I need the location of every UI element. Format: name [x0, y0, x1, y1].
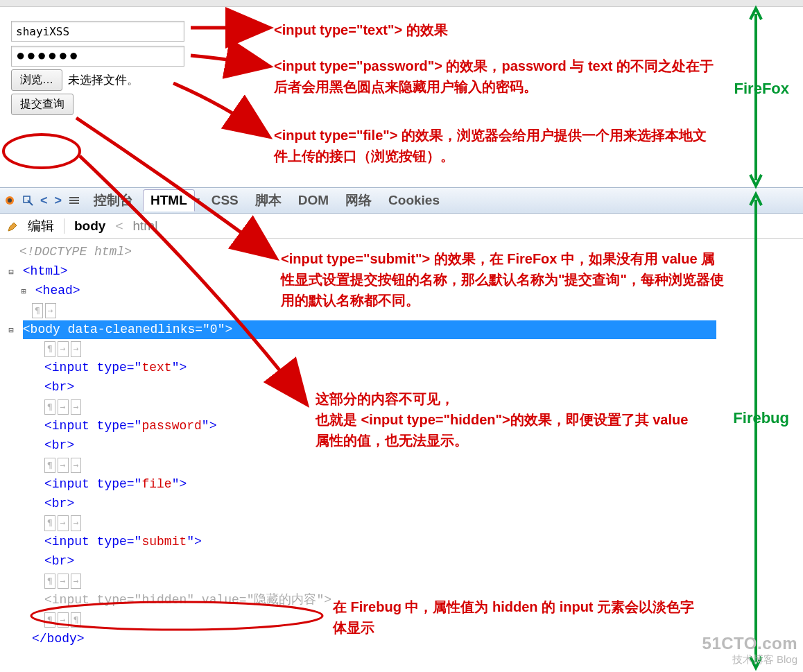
window-chrome	[0, 0, 803, 7]
whitespace-icon: ¶	[44, 458, 55, 473]
whitespace-icon: ¶	[44, 515, 55, 531]
whitespace-icon: →	[58, 341, 69, 356]
whitespace-icon: →	[71, 399, 82, 415]
src-input-file[interactable]: <input type="file">	[7, 475, 803, 494]
divider	[64, 218, 64, 234]
breadcrumb-html[interactable]: html	[133, 218, 158, 234]
firebug-subbar: 编辑 body < html	[0, 214, 803, 239]
menu-icon[interactable]	[69, 195, 80, 206]
edit-icon[interactable]	[7, 221, 18, 232]
src-head[interactable]: <head>	[35, 284, 80, 298]
password-input[interactable]: ●●●●●●	[11, 46, 184, 67]
whitespace-icon: →	[71, 458, 82, 473]
text-input[interactable]	[11, 21, 184, 42]
whitespace-icon: →	[58, 612, 69, 628]
annotation-text-input: <input type="text"> 的效果	[274, 19, 718, 40]
src-br[interactable]: <br>	[7, 552, 803, 571]
whitespace-icon: ¶	[32, 303, 43, 318]
tab-html-dropdown-icon[interactable]: ▼	[193, 196, 202, 205]
tab-html[interactable]: HTML	[143, 189, 195, 212]
tab-script[interactable]: 脚本	[248, 189, 288, 212]
whitespace-icon: ¶	[44, 341, 55, 356]
tab-dom[interactable]: DOM	[291, 190, 336, 211]
annotation-hidden: 这部分的内容不可见， 也就是 <input type="hidden">的效果，…	[316, 388, 704, 451]
src-input-submit[interactable]: <input type="submit">	[7, 533, 803, 552]
tab-cookies[interactable]: Cookies	[381, 190, 447, 211]
edit-label[interactable]: 编辑	[28, 217, 54, 235]
watermark: 51CTO.com 技术博客 Blog	[702, 634, 797, 666]
firebug-icon[interactable]	[4, 195, 15, 206]
expander-icon[interactable]: ⊟	[7, 325, 15, 338]
whitespace-icon: ¶	[44, 574, 55, 589]
svg-point-1	[8, 198, 12, 203]
file-browse-button[interactable]: 浏览…	[11, 69, 62, 91]
tab-net[interactable]: 网络	[338, 189, 379, 212]
svg-rect-4	[69, 200, 79, 201]
whitespace-icon: →	[58, 458, 69, 473]
watermark-line1: 51CTO.com	[702, 634, 797, 653]
whitespace-icon: →	[71, 341, 82, 356]
svg-rect-5	[69, 203, 79, 204]
nav-back-icon[interactable]: <	[40, 193, 48, 208]
breadcrumb-body[interactable]: body	[74, 218, 105, 234]
tab-css[interactable]: CSS	[205, 190, 245, 211]
whitespace-icon: →	[71, 515, 82, 531]
annotation-hidden-firebug: 在 Firebug 中，属性值为 hidden 的 input 元素会以淡色字体…	[333, 596, 707, 638]
whitespace-icon: ¶	[44, 399, 55, 415]
label-firefox: FireFox	[734, 80, 789, 98]
file-status-text: 未选择文件。	[68, 72, 139, 88]
label-firebug: Firebug	[733, 409, 789, 427]
whitespace-icon: →	[71, 574, 82, 589]
firebug-tabbar: < > 控制台 HTML▼ CSS 脚本 DOM 网络 Cookies	[0, 187, 803, 214]
src-html-open[interactable]: <html>	[23, 264, 68, 278]
nav-fwd-icon[interactable]: >	[55, 193, 62, 208]
expander-icon[interactable]: ⊟	[7, 266, 15, 279]
whitespace-icon: →	[58, 574, 69, 589]
inspect-icon[interactable]	[22, 195, 33, 206]
watermark-line2: 技术博客 Blog	[702, 653, 797, 666]
annotation-submit: <input type="submit"> 的效果，在 FireFox 中，如果…	[281, 248, 725, 311]
whitespace-icon: →	[45, 303, 56, 318]
whitespace-icon: →	[58, 515, 69, 531]
whitespace-icon: ¶	[71, 612, 82, 628]
submit-button[interactable]: 提交查询	[11, 94, 74, 115]
src-br[interactable]: <br>	[7, 494, 803, 514]
tab-console[interactable]: 控制台	[87, 189, 140, 212]
src-body-open[interactable]: ⊟ <body data-cleanedlinks="0">	[7, 320, 803, 340]
breadcrumb-sep: <	[115, 218, 123, 234]
svg-rect-3	[69, 197, 79, 198]
src-input-text[interactable]: <input type="text">	[7, 359, 803, 378]
annotation-password: <input type="password"> 的效果，password 与 t…	[274, 55, 718, 97]
whitespace-icon: ¶	[44, 612, 55, 628]
annotation-file: <input type="file"> 的效果，浏览器会给用户提供一个用来选择本…	[274, 125, 718, 166]
expander-icon[interactable]: ⊞	[19, 286, 28, 299]
whitespace-icon: →	[58, 399, 69, 415]
